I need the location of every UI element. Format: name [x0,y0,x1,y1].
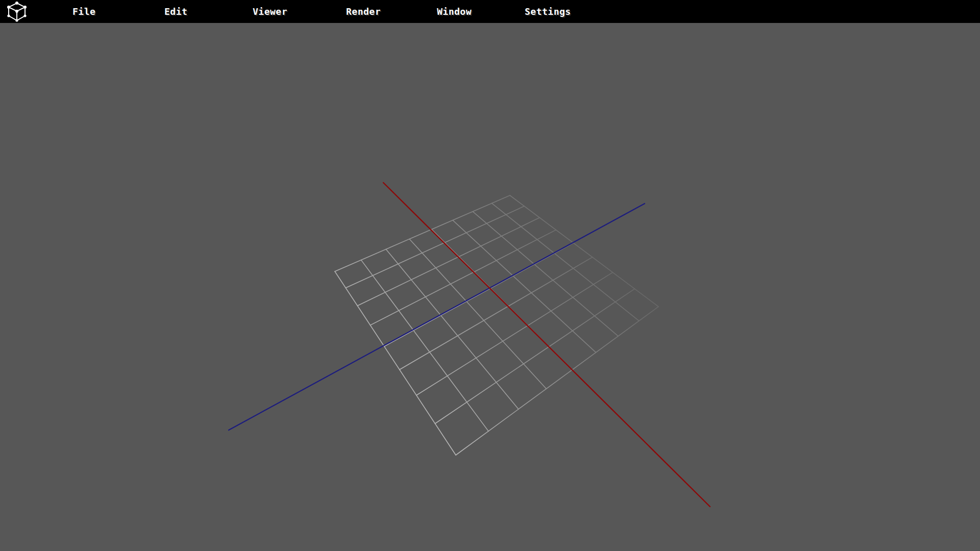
scene-canvas [0,0,980,551]
grid-line [361,260,488,432]
grid-line [435,289,634,423]
grid-line [409,239,546,389]
menu-bar: File Edit Viewer Render Window Settings [0,0,980,23]
cube-wireframe-icon[interactable] [5,2,29,22]
grid-line [357,218,540,306]
grid-line [400,257,593,369]
menu-item-window[interactable]: Window [437,6,472,17]
x-axis-line [383,183,710,507]
grid-line [335,195,510,271]
grid-line [456,307,658,455]
menu-item-settings[interactable]: Settings [525,6,571,17]
viewport-3d[interactable] [0,0,980,551]
menu-item-render[interactable]: Render [346,6,381,17]
ground-grid [335,195,658,455]
grid-line [416,272,613,395]
grid-line [384,243,574,346]
grid-line [386,249,519,409]
menu-item-viewer[interactable]: Viewer [253,6,287,17]
z-axis-line [229,204,645,430]
grid-line [346,206,524,288]
grid-line [453,220,596,353]
menu-item-edit[interactable]: Edit [164,6,187,17]
menu-item-file[interactable]: File [72,6,95,17]
